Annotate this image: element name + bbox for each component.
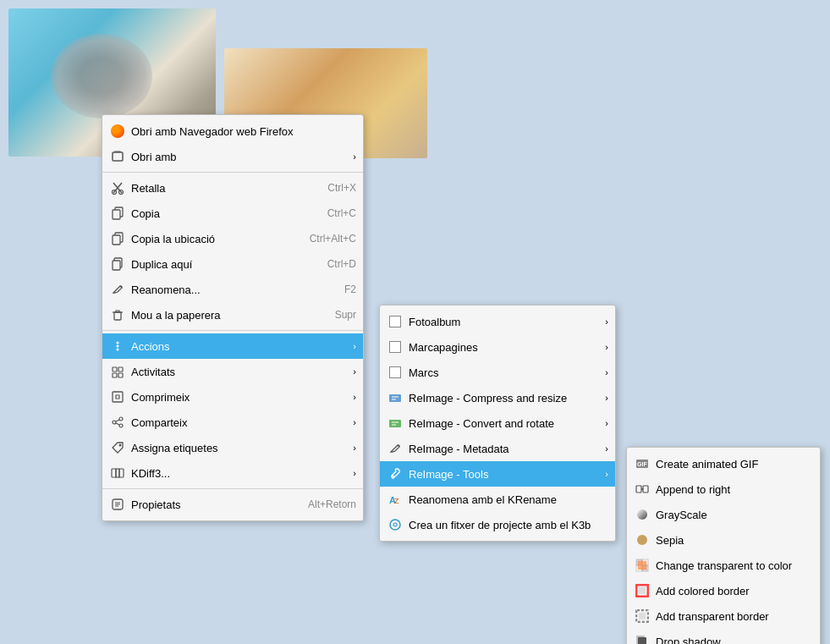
- cut-label: Retalla: [131, 182, 311, 195]
- svg-text:z: z: [394, 495, 399, 505]
- reimage-tools-submenu: GIF Create animated GIF Append to right …: [626, 447, 821, 644]
- menu-item-trash[interactable]: Mou a la paperera Supr: [102, 302, 363, 328]
- marcs-label: Marcs: [409, 366, 598, 379]
- kdiff-icon: [109, 465, 126, 482]
- marcs-icon: [387, 364, 404, 381]
- accions-submenu: Fotoalbum › Marcapagines › Marcs › ReIma…: [379, 305, 616, 542]
- krename-label: Reanomena amb el KRename: [409, 493, 608, 506]
- menu-item-reimage-tools[interactable]: ReImage - Tools ›: [380, 461, 615, 487]
- duplicate-label: Duplica aquí: [131, 258, 311, 271]
- add-transparent-border-icon: [634, 608, 651, 625]
- svg-rect-49: [638, 637, 646, 644]
- menu-item-add-transparent-border[interactable]: Add transparent border: [627, 603, 820, 629]
- menu-item-duplicate[interactable]: Duplica aquí Ctrl+D: [102, 251, 363, 277]
- reimage-compress-arrow: ›: [605, 393, 608, 403]
- change-transparent-label: Change transparent to color: [656, 559, 813, 572]
- menu-item-sepia[interactable]: Sepia: [627, 527, 820, 553]
- svg-point-10: [117, 342, 119, 344]
- reimage-metadata-arrow: ›: [605, 443, 608, 454]
- add-colored-border-icon: [634, 582, 651, 599]
- properties-label: Propietats: [131, 498, 291, 511]
- svg-point-20: [119, 424, 123, 427]
- menu-item-reimage-convert[interactable]: ReImage - Convert and rotate ›: [380, 410, 615, 436]
- menu-item-kdiff[interactable]: KDiff3... ›: [102, 460, 363, 486]
- menu-item-copy-location[interactable]: Copia la ubicació Ctrl+Alt+C: [102, 226, 363, 251]
- copy-shortcut: Ctrl+C: [327, 207, 356, 219]
- menu-item-reimage-metadata[interactable]: ReImage - Metadata ›: [380, 436, 615, 461]
- svg-rect-16: [118, 373, 123, 377]
- properties-shortcut: Alt+Retorn: [308, 498, 356, 510]
- open-with-arrow: ›: [353, 151, 356, 162]
- k3b-icon: [387, 516, 404, 533]
- create-gif-label: Create animated GIF: [656, 458, 813, 471]
- menu-item-cut[interactable]: Retalla Ctrl+X: [102, 175, 363, 201]
- menu-item-krename[interactable]: Az Reanomena amb el KRename: [380, 487, 615, 512]
- svg-rect-22: [112, 469, 116, 477]
- svg-rect-45: [639, 587, 646, 594]
- svg-rect-24: [119, 469, 124, 477]
- menu-item-compress[interactable]: Comprimeix ›: [102, 384, 363, 410]
- svg-rect-0: [113, 152, 123, 161]
- menu-item-accions[interactable]: Accions ›: [102, 333, 363, 359]
- menu-item-grayscale[interactable]: GrayScale: [627, 502, 820, 527]
- compress-arrow: ›: [353, 392, 356, 402]
- svg-rect-6: [113, 235, 120, 245]
- menu-item-properties[interactable]: Propietats Alt+Retorn: [102, 492, 363, 517]
- menu-item-open-firefox[interactable]: Obri amb Navegador web Firefox: [102, 118, 363, 144]
- menu-item-k3b[interactable]: Crea un fitxer de projecte amb el K3b: [380, 512, 615, 537]
- copy-location-shortcut: Ctrl+Alt+C: [310, 233, 356, 245]
- trash-shortcut: Supr: [335, 309, 356, 321]
- reimage-convert-arrow: ›: [605, 418, 608, 428]
- menu-item-fotoalbum[interactable]: Fotoalbum ›: [380, 309, 615, 334]
- krename-icon: Az: [387, 491, 404, 508]
- menu-item-change-transparent[interactable]: Change transparent to color: [627, 553, 820, 578]
- rename-label: Reanomena...: [131, 283, 327, 296]
- menu-item-create-gif[interactable]: GIF Create animated GIF: [627, 451, 820, 476]
- reimage-metadata-icon: [387, 440, 404, 457]
- menu-item-reimage-compress[interactable]: ReImage - Compress and resize ›: [380, 385, 615, 410]
- menu-item-tags[interactable]: Assigna etiquetes ›: [102, 435, 363, 460]
- rename-shortcut: F2: [344, 283, 356, 295]
- compress-icon: [109, 388, 126, 405]
- primary-context-menu: Obri amb Navegador web Firefox Obri amb …: [102, 114, 364, 521]
- svg-rect-4: [113, 210, 120, 219]
- marcs-arrow: ›: [605, 367, 608, 377]
- firefox-icon: [109, 123, 126, 140]
- menu-item-append-right[interactable]: Append to right: [627, 476, 820, 502]
- append-right-icon: [634, 481, 651, 498]
- tags-label: Assigna etiquetes: [131, 442, 346, 454]
- menu-item-add-colored-border[interactable]: Add colored border: [627, 578, 820, 603]
- svg-point-18: [119, 417, 123, 421]
- drop-shadow-icon: [634, 633, 651, 644]
- marcapagines-icon: [387, 339, 404, 355]
- reimage-tools-arrow: ›: [605, 469, 608, 479]
- reimage-tools-label: ReImage - Tools: [409, 468, 598, 481]
- add-transparent-border-label: Add transparent border: [656, 610, 813, 623]
- grayscale-label: GrayScale: [656, 509, 813, 521]
- svg-rect-9: [114, 312, 121, 320]
- svg-point-32: [393, 523, 397, 526]
- svg-rect-26: [389, 394, 401, 402]
- menu-item-share[interactable]: Comparteix ›: [102, 410, 363, 435]
- add-colored-border-label: Add colored border: [656, 585, 813, 597]
- menu-item-marcs[interactable]: Marcs ›: [380, 360, 615, 385]
- duplicate-shortcut: Ctrl+D: [327, 258, 356, 270]
- open-with-icon: [109, 148, 126, 165]
- svg-point-11: [117, 345, 119, 348]
- menu-item-copy[interactable]: Copia Ctrl+C: [102, 201, 363, 226]
- menu-item-open-with[interactable]: Obri amb ›: [102, 144, 363, 169]
- menu-item-activities[interactable]: Activitats ›: [102, 359, 363, 384]
- open-firefox-label: Obri amb Navegador web Firefox: [131, 125, 356, 138]
- svg-rect-35: [636, 486, 641, 493]
- k3b-label: Crea un fitxer de projecte amb el K3b: [409, 519, 608, 531]
- menu-item-marcapagines[interactable]: Marcapagines ›: [380, 334, 615, 360]
- svg-rect-43: [638, 561, 646, 570]
- menu-item-rename[interactable]: Reanomena... F2: [102, 277, 363, 302]
- reimage-compress-label: ReImage - Compress and resize: [409, 392, 598, 405]
- activities-icon: [109, 363, 126, 380]
- svg-rect-47: [639, 613, 646, 619]
- fotoalbum-icon: [387, 313, 404, 330]
- menu-item-drop-shadow[interactable]: Drop shadow: [627, 629, 820, 644]
- reimage-metadata-label: ReImage - Metadata: [409, 443, 598, 455]
- svg-rect-14: [118, 367, 123, 372]
